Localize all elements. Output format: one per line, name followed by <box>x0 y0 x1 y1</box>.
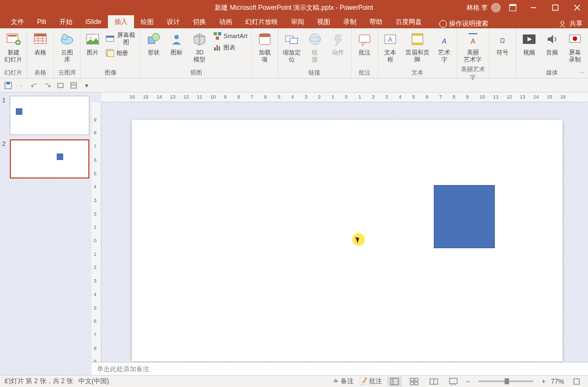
svg-point-27 <box>152 33 160 41</box>
notes-pane[interactable]: 单击此处添加备注 <box>92 362 588 375</box>
art-button[interactable]: A 美丽 艺术字 <box>462 29 484 64</box>
tab-file[interactable]: 文件 <box>4 15 31 28</box>
share-button[interactable]: 共享 <box>569 19 583 28</box>
header-footer-button[interactable]: 页眉和页脚 <box>402 29 433 64</box>
record-icon <box>566 30 584 48</box>
chart-button[interactable]: 图表 <box>211 42 248 53</box>
tab-transition[interactable]: 切换 <box>186 15 213 28</box>
avatar-icon <box>491 3 501 13</box>
audio-button[interactable]: 音频 <box>541 29 563 57</box>
svg-point-42 <box>310 34 320 45</box>
table-button[interactable]: 表格 <box>29 29 51 57</box>
share-icon <box>559 20 566 28</box>
tab-design[interactable]: 设计 <box>160 15 186 28</box>
smartart-button[interactable]: SmartArt <box>211 30 248 41</box>
svg-rect-71 <box>415 382 418 385</box>
cloud-image-icon <box>58 30 76 48</box>
redo-button[interactable] <box>43 81 52 90</box>
tab-insert[interactable]: 插入 <box>108 15 134 28</box>
slide-canvas[interactable] <box>132 120 562 361</box>
language-indicator[interactable]: 中文(中国) <box>78 377 109 386</box>
thumbnail-slide-selected[interactable] <box>10 139 89 179</box>
svg-rect-35 <box>214 47 216 51</box>
tab-islide[interactable]: iSlide <box>79 15 108 28</box>
thumbnail-slide[interactable] <box>10 96 89 135</box>
reading-view-button[interactable] <box>427 377 441 386</box>
svg-rect-34 <box>216 36 219 40</box>
group-illustration: 形状 图标 3D 模型 SmartArt 图表 插图 <box>141 28 251 78</box>
3dmodel-button[interactable]: 3D 模型 <box>189 29 210 64</box>
screen-record-button[interactable]: 屏幕 录制 <box>564 29 586 64</box>
thumbnail-1[interactable]: 1 <box>2 96 89 135</box>
shapes-button[interactable]: 形状 <box>143 29 165 57</box>
tab-animation[interactable]: 动画 <box>213 15 239 28</box>
svg-rect-74 <box>450 378 457 384</box>
status-bar: 幻灯片 第 2 张，共 2 张 中文(中国) ≐ 备注 📝 批注 − + 77% <box>0 375 588 387</box>
user-area[interactable]: 林格 李 <box>466 3 501 13</box>
group-media: 视频 音频 屏幕 录制 媒体 <box>516 28 588 78</box>
smartart-icon <box>213 32 222 40</box>
new-slide-button[interactable]: 新建 幻灯片 <box>2 29 25 64</box>
zoom-slider[interactable] <box>478 380 533 382</box>
close-button[interactable] <box>566 0 588 15</box>
yuntu-button[interactable]: 云图库 <box>56 29 78 64</box>
zoom-thumb[interactable] <box>505 378 509 384</box>
table-icon <box>32 30 49 48</box>
group-link: 缩放定 位 链 接 动作 链接 <box>278 28 351 78</box>
addin-button[interactable]: 加载 项 <box>254 29 276 64</box>
comments-toggle[interactable]: 📝 批注 <box>359 377 382 386</box>
link-button[interactable]: 链 接 <box>304 29 326 64</box>
tell-me-search[interactable]: 操作说明搜索 <box>439 19 488 28</box>
svg-rect-36 <box>216 45 218 51</box>
zoom-out-button[interactable]: − <box>466 378 470 385</box>
comment-button[interactable]: 批注 <box>354 29 375 57</box>
save-button[interactable] <box>3 81 13 90</box>
tab-record[interactable]: 录制 <box>337 15 363 28</box>
icons-button[interactable]: 图标 <box>166 29 187 57</box>
tab-slideshow[interactable]: 幻灯片放映 <box>239 15 284 28</box>
ribbon-options-button[interactable] <box>503 0 523 15</box>
notes-toggle[interactable]: ≐ 备注 <box>333 377 353 386</box>
thumbnail-2[interactable]: 2 <box>2 139 89 179</box>
qat-more[interactable]: ▾ <box>82 81 92 90</box>
maximize-button[interactable] <box>544 0 566 15</box>
slideshow-view-button[interactable] <box>446 377 460 386</box>
tab-baidu[interactable]: 百度网盘 <box>389 15 428 28</box>
group-text: A 文本框 页眉和页脚 A 艺术字 文本 <box>378 28 457 78</box>
screenshot-button[interactable]: 屏幕截图 <box>104 30 138 47</box>
slide-canvas-wrap[interactable] <box>101 102 588 362</box>
minimize-button[interactable] <box>523 0 544 15</box>
tab-view[interactable]: 视图 <box>311 15 337 28</box>
album-button[interactable]: 相册 <box>104 47 138 58</box>
collapse-ribbon-button[interactable]: ︿ <box>579 68 585 76</box>
rectangle-shape[interactable] <box>434 185 495 248</box>
svg-rect-32 <box>214 32 217 35</box>
art-icon: A <box>464 30 482 48</box>
picture-button[interactable]: 图片 <box>83 29 103 57</box>
tab-help[interactable]: 帮助 <box>363 15 389 28</box>
window-title: 新建 Microsoft PowerPoint 演示文稿.pptx - Powe… <box>215 3 373 13</box>
zoom-percent[interactable]: 77% <box>551 378 564 385</box>
tab-review[interactable]: 审阅 <box>284 15 311 28</box>
svg-rect-77 <box>574 379 579 384</box>
fit-window-button[interactable] <box>569 377 584 386</box>
tab-draw[interactable]: 绘图 <box>134 15 160 28</box>
zoom-button[interactable]: 缩放定 位 <box>281 29 303 64</box>
slide-counter: 幻灯片 第 2 张，共 2 张 <box>4 377 73 386</box>
sorter-view-button[interactable] <box>407 377 421 386</box>
tab-home[interactable]: 开始 <box>53 15 79 28</box>
symbol-button[interactable]: Ω 符号 <box>492 29 513 57</box>
audio-icon <box>543 30 561 48</box>
normal-view-button[interactable] <box>387 377 402 386</box>
svg-rect-8 <box>8 35 17 36</box>
textbox-button[interactable]: A 文本框 <box>380 29 401 64</box>
video-button[interactable]: 视频 <box>518 29 540 57</box>
tab-piti[interactable]: Piti <box>31 15 53 28</box>
qat-btn2[interactable] <box>69 81 78 90</box>
qat-btn[interactable] <box>56 81 65 90</box>
chart-icon <box>213 43 222 52</box>
action-button[interactable]: 动作 <box>327 29 349 57</box>
zoom-in-button[interactable]: + <box>542 378 545 385</box>
wordart-button[interactable]: A 艺术字 <box>434 29 454 64</box>
undo-button[interactable] <box>29 81 39 90</box>
